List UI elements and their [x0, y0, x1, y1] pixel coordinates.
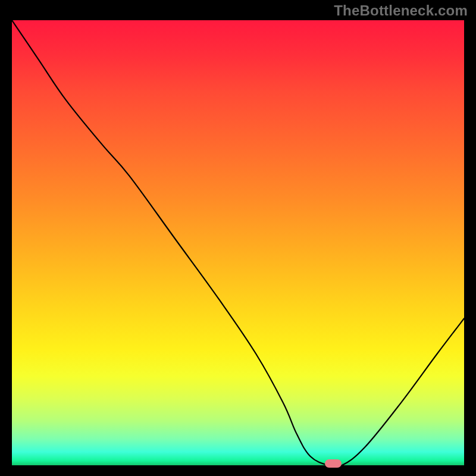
chart-container: TheBottleneck.com — [0, 0, 476, 476]
watermark-text: TheBottleneck.com — [334, 2, 468, 19]
plot-area — [12, 20, 464, 465]
curve-path — [12, 20, 464, 465]
optimal-point-marker — [325, 459, 342, 468]
bottleneck-curve — [12, 20, 464, 465]
